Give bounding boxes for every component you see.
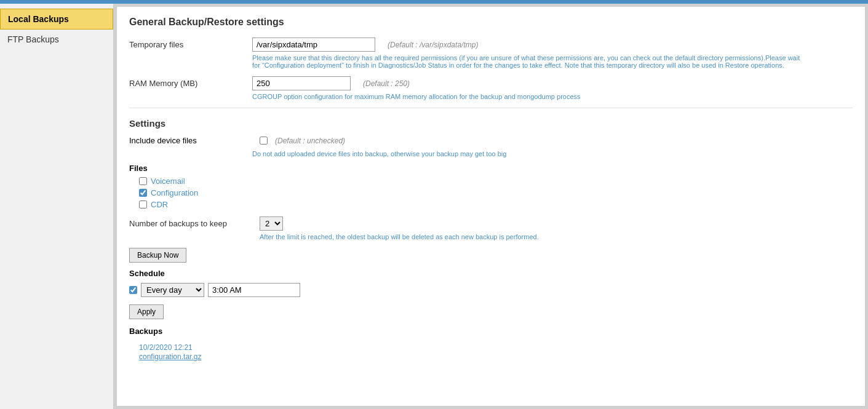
main-content: General Backup/Restore settings Temporar… (116, 6, 866, 407)
ram-help: CGROUP option configuration for maximum … (252, 93, 806, 100)
cdr-label: CDR (151, 200, 168, 209)
schedule-time-input[interactable] (208, 283, 300, 297)
num-backups-hint: After the limit is reached, the oldest b… (260, 233, 853, 240)
ram-input[interactable] (252, 76, 351, 90)
sidebar-item-ftp-backups[interactable]: FTP Backups (0, 30, 113, 49)
backup-date: 10/2/2020 12:21 (139, 343, 853, 352)
include-device-help: Do not add uploaded device files into ba… (252, 150, 853, 157)
num-backups-select[interactable]: 1 2 3 4 5 (260, 216, 283, 231)
ram-control: (Default : 250) CGROUP option configurat… (252, 76, 853, 100)
backup-now-button[interactable]: Backup Now (129, 248, 186, 263)
file-configuration-row: Configuration (139, 188, 853, 197)
sidebar: Local Backups FTP Backups (0, 4, 114, 409)
schedule-heading: Schedule (129, 269, 853, 278)
temp-files-help: Please make sure that this directory has… (252, 54, 806, 69)
backup-link[interactable]: configuration.tar.gz (139, 352, 201, 361)
cdr-checkbox[interactable] (139, 201, 147, 208)
ram-label: RAM Memory (MB) (129, 76, 252, 88)
voicemail-checkbox[interactable] (139, 177, 147, 185)
include-device-row: Include device files (Default : unchecke… (129, 136, 853, 145)
general-title: General Backup/Restore settings (129, 17, 853, 28)
temp-files-default: (Default : /var/sipxdata/tmp) (388, 41, 478, 49)
include-device-checkbox[interactable] (260, 137, 268, 145)
divider-1 (129, 108, 853, 108)
top-bar (0, 0, 868, 4)
voicemail-label: Voicemail (151, 177, 185, 186)
schedule-freq-select[interactable]: Every day Every week Every month (141, 283, 204, 297)
files-heading: Files (129, 164, 853, 173)
sidebar-item-local-backups[interactable]: Local Backups (0, 9, 113, 30)
num-backups-label: Number of backups to keep (129, 219, 252, 228)
configuration-label: Configuration (151, 188, 198, 197)
schedule-row: Every day Every week Every month (129, 283, 853, 297)
include-device-label: Include device files (129, 136, 252, 145)
backups-heading: Backups (129, 327, 853, 336)
ram-default: (Default : 250) (363, 79, 410, 88)
file-cdr-row: CDR (139, 200, 853, 209)
apply-button[interactable]: Apply (129, 304, 164, 319)
include-device-default: (Default : unchecked) (275, 137, 345, 145)
files-checkboxes: Voicemail Configuration CDR (139, 177, 853, 209)
configuration-checkbox[interactable] (139, 189, 147, 197)
temp-files-row: Temporary files (Default : /var/sipxdata… (129, 38, 853, 69)
settings-heading: Settings (129, 118, 853, 129)
num-backups-row: Number of backups to keep 1 2 3 4 5 (129, 216, 853, 231)
temp-files-input[interactable] (252, 38, 375, 52)
backup-entry: 10/2/2020 12:21 configuration.tar.gz (139, 343, 853, 361)
file-voicemail-row: Voicemail (139, 177, 853, 186)
temp-files-control: (Default : /var/sipxdata/tmp) Please mak… (252, 38, 853, 69)
ram-row: RAM Memory (MB) (Default : 250) CGROUP o… (129, 76, 853, 100)
schedule-enabled-checkbox[interactable] (129, 286, 137, 294)
temp-files-label: Temporary files (129, 38, 252, 49)
